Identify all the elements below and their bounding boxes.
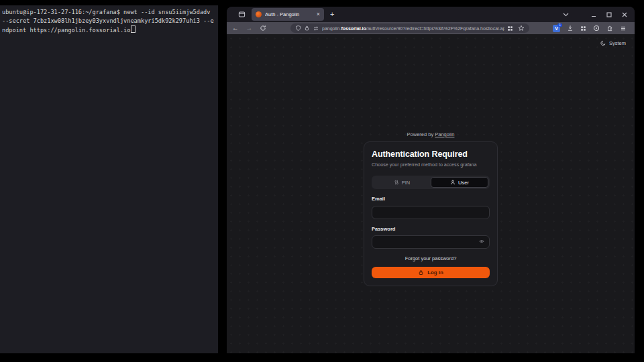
new-tab-button[interactable]: + xyxy=(330,11,334,18)
moon-icon xyxy=(600,40,606,46)
show-password-eye-icon[interactable] xyxy=(478,239,485,244)
theme-toggle[interactable]: System xyxy=(600,40,626,46)
url-text[interactable]: pangolin.fossorial.io/auth/resource/90?r… xyxy=(322,26,504,31)
browser-toolbar: ← → xyxy=(227,22,635,34)
firefox-view-icon[interactable] xyxy=(238,11,246,18)
forward-button[interactable]: → xyxy=(246,25,253,32)
shield-icon[interactable] xyxy=(295,25,301,32)
lock-small-icon xyxy=(418,269,424,276)
toolbar-extension-icons: V 1 xyxy=(553,25,629,32)
extension-badge: 1 xyxy=(557,23,562,27)
password-input[interactable] xyxy=(372,235,490,249)
terminal-line: ubuntu@ip-172-31-27-116:~/grafana$ newt … xyxy=(2,8,218,17)
tab-user-label: User xyxy=(458,180,469,186)
back-button[interactable]: ← xyxy=(232,25,239,32)
vimium-letter: V xyxy=(555,26,558,31)
terminal-line: --secret 7cbz1xw08lh1jbzey03yxvndljvneam… xyxy=(2,17,218,25)
auth-page: System Powered by Pangolin Authenticatio… xyxy=(227,34,635,353)
login-button-label: Log in xyxy=(427,269,443,276)
minimize-icon[interactable] xyxy=(591,12,596,17)
switch-tab-arrows-icon[interactable] xyxy=(313,25,319,32)
card-title: Authentication Required xyxy=(372,149,490,159)
close-window-icon[interactable] xyxy=(622,12,627,17)
tab-list-chevron-icon[interactable] xyxy=(563,13,569,17)
auth-method-tabs: PIN User xyxy=(372,176,490,189)
terminal-line: ndpoint https://pangolin.fossorial.io xyxy=(2,25,218,35)
downloads-icon[interactable] xyxy=(567,25,574,32)
squares-grid-icon[interactable] xyxy=(580,25,586,32)
pin-keypad-icon xyxy=(394,180,399,185)
tab-pin[interactable]: PIN xyxy=(373,177,431,188)
desktop: ubuntu@ip-172-31-27-116:~/grafana$ newt … xyxy=(0,0,644,362)
email-field-box xyxy=(372,204,490,219)
forgot-password-link[interactable]: Forgot your password? xyxy=(372,255,490,261)
password-label: Password xyxy=(372,226,490,232)
menu-hamburger-icon[interactable] xyxy=(620,25,627,32)
bookmark-star-icon[interactable] xyxy=(518,25,525,32)
reload-icon[interactable] xyxy=(260,25,266,32)
maximize-icon[interactable] xyxy=(606,12,612,17)
card-subtitle: Choose your preferred method to access g… xyxy=(372,162,490,168)
grid-icon[interactable] xyxy=(507,25,513,32)
pangolin-favicon-icon xyxy=(256,11,262,17)
user-icon xyxy=(450,180,455,185)
tab-auth-pangolin[interactable]: Auth - Pangolin × xyxy=(252,8,324,21)
tab-pin-label: PIN xyxy=(402,180,411,186)
terminal-window[interactable]: ubuntu@ip-172-31-27-116:~/grafana$ newt … xyxy=(0,5,218,353)
powered-by: Powered by Pangolin xyxy=(407,131,455,137)
url-bar[interactable]: pangolin.fossorial.io/auth/resource/90?r… xyxy=(290,23,529,33)
lock-icon[interactable] xyxy=(304,25,310,32)
email-input[interactable] xyxy=(372,206,490,219)
auth-column: Powered by Pangolin Authentication Requi… xyxy=(227,131,635,286)
extensions-puzzle-icon[interactable] xyxy=(606,25,613,32)
window-controls xyxy=(563,12,635,17)
target-ring-icon[interactable] xyxy=(593,25,600,32)
browser-window: Auth - Pangolin × + xyxy=(227,7,635,353)
tab-close-icon[interactable]: × xyxy=(317,11,320,17)
vimium-extension-icon[interactable]: V 1 xyxy=(553,25,560,32)
login-button[interactable]: Log in xyxy=(372,267,490,278)
browser-tab-bar: Auth - Pangolin × + xyxy=(227,7,635,22)
password-field-box xyxy=(372,235,490,249)
email-label: Email xyxy=(372,196,490,202)
urlbar-end-icons xyxy=(507,25,525,32)
pangolin-link[interactable]: Pangolin xyxy=(435,131,454,137)
tab-title: Auth - Pangolin xyxy=(265,11,313,17)
terminal-cursor xyxy=(131,25,136,33)
tab-user[interactable]: User xyxy=(431,177,488,188)
auth-card: Authentication Required Choose your pref… xyxy=(364,141,498,286)
theme-label: System xyxy=(609,40,626,46)
